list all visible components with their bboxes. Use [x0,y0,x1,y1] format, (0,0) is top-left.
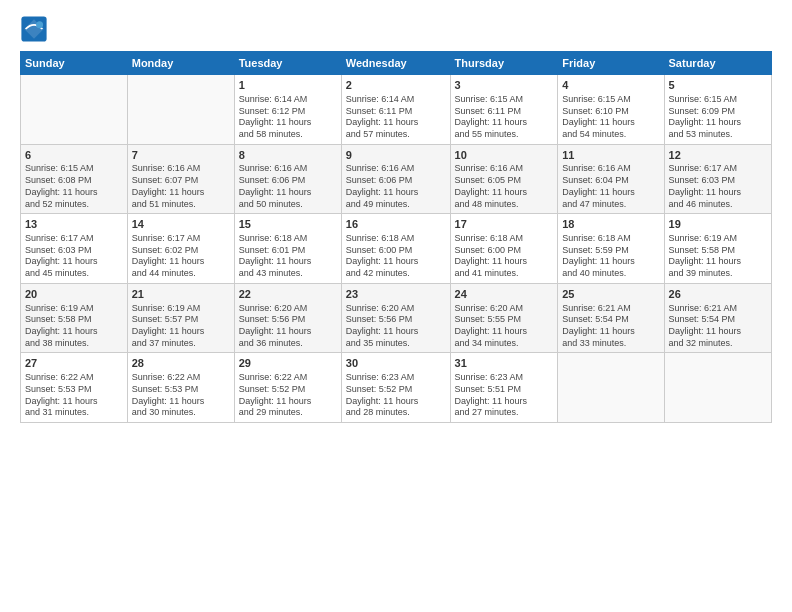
calendar-day-12: 12Sunrise: 6:17 AM Sunset: 6:03 PM Dayli… [664,144,771,214]
day-number: 3 [455,78,554,93]
weekday-monday: Monday [127,52,234,75]
calendar-day-5: 5Sunrise: 6:15 AM Sunset: 6:09 PM Daylig… [664,75,771,145]
calendar-day-7: 7Sunrise: 6:16 AM Sunset: 6:07 PM Daylig… [127,144,234,214]
day-info: Sunrise: 6:22 AM Sunset: 5:52 PM Dayligh… [239,372,337,419]
calendar-day-10: 10Sunrise: 6:16 AM Sunset: 6:05 PM Dayli… [450,144,558,214]
calendar-week-5: 27Sunrise: 6:22 AM Sunset: 5:53 PM Dayli… [21,353,772,423]
day-number: 29 [239,356,337,371]
calendar-day-20: 20Sunrise: 6:19 AM Sunset: 5:58 PM Dayli… [21,283,128,353]
day-info: Sunrise: 6:20 AM Sunset: 5:56 PM Dayligh… [346,303,446,350]
day-info: Sunrise: 6:16 AM Sunset: 6:06 PM Dayligh… [346,163,446,210]
day-info: Sunrise: 6:16 AM Sunset: 6:04 PM Dayligh… [562,163,659,210]
calendar-day-16: 16Sunrise: 6:18 AM Sunset: 6:00 PM Dayli… [341,214,450,284]
day-number: 13 [25,217,123,232]
day-number: 22 [239,287,337,302]
day-number: 23 [346,287,446,302]
logo-icon [20,15,48,43]
day-info: Sunrise: 6:23 AM Sunset: 5:51 PM Dayligh… [455,372,554,419]
calendar-day-30: 30Sunrise: 6:23 AM Sunset: 5:52 PM Dayli… [341,353,450,423]
calendar-day-29: 29Sunrise: 6:22 AM Sunset: 5:52 PM Dayli… [234,353,341,423]
day-info: Sunrise: 6:21 AM Sunset: 5:54 PM Dayligh… [669,303,767,350]
calendar-day-26: 26Sunrise: 6:21 AM Sunset: 5:54 PM Dayli… [664,283,771,353]
day-info: Sunrise: 6:15 AM Sunset: 6:08 PM Dayligh… [25,163,123,210]
day-info: Sunrise: 6:16 AM Sunset: 6:06 PM Dayligh… [239,163,337,210]
calendar-day-2: 2Sunrise: 6:14 AM Sunset: 6:11 PM Daylig… [341,75,450,145]
day-info: Sunrise: 6:14 AM Sunset: 6:11 PM Dayligh… [346,94,446,141]
day-number: 14 [132,217,230,232]
day-info: Sunrise: 6:17 AM Sunset: 6:03 PM Dayligh… [669,163,767,210]
calendar-day-1: 1Sunrise: 6:14 AM Sunset: 6:12 PM Daylig… [234,75,341,145]
calendar-day-9: 9Sunrise: 6:16 AM Sunset: 6:06 PM Daylig… [341,144,450,214]
day-info: Sunrise: 6:18 AM Sunset: 6:01 PM Dayligh… [239,233,337,280]
day-number: 6 [25,148,123,163]
calendar-day-22: 22Sunrise: 6:20 AM Sunset: 5:56 PM Dayli… [234,283,341,353]
empty-cell [127,75,234,145]
day-info: Sunrise: 6:16 AM Sunset: 6:07 PM Dayligh… [132,163,230,210]
day-number: 10 [455,148,554,163]
day-info: Sunrise: 6:18 AM Sunset: 6:00 PM Dayligh… [346,233,446,280]
day-number: 26 [669,287,767,302]
day-info: Sunrise: 6:17 AM Sunset: 6:02 PM Dayligh… [132,233,230,280]
svg-point-2 [36,21,43,28]
calendar-day-4: 4Sunrise: 6:15 AM Sunset: 6:10 PM Daylig… [558,75,664,145]
day-info: Sunrise: 6:19 AM Sunset: 5:57 PM Dayligh… [132,303,230,350]
calendar-day-14: 14Sunrise: 6:17 AM Sunset: 6:02 PM Dayli… [127,214,234,284]
calendar-table: SundayMondayTuesdayWednesdayThursdayFrid… [20,51,772,423]
day-number: 18 [562,217,659,232]
calendar-day-31: 31Sunrise: 6:23 AM Sunset: 5:51 PM Dayli… [450,353,558,423]
day-number: 17 [455,217,554,232]
calendar-day-23: 23Sunrise: 6:20 AM Sunset: 5:56 PM Dayli… [341,283,450,353]
calendar-day-6: 6Sunrise: 6:15 AM Sunset: 6:08 PM Daylig… [21,144,128,214]
calendar-day-17: 17Sunrise: 6:18 AM Sunset: 6:00 PM Dayli… [450,214,558,284]
day-number: 20 [25,287,123,302]
day-info: Sunrise: 6:21 AM Sunset: 5:54 PM Dayligh… [562,303,659,350]
empty-cell [21,75,128,145]
day-info: Sunrise: 6:23 AM Sunset: 5:52 PM Dayligh… [346,372,446,419]
day-number: 12 [669,148,767,163]
day-number: 31 [455,356,554,371]
calendar-day-15: 15Sunrise: 6:18 AM Sunset: 6:01 PM Dayli… [234,214,341,284]
calendar-week-2: 6Sunrise: 6:15 AM Sunset: 6:08 PM Daylig… [21,144,772,214]
calendar-day-11: 11Sunrise: 6:16 AM Sunset: 6:04 PM Dayli… [558,144,664,214]
weekday-thursday: Thursday [450,52,558,75]
calendar-body: 1Sunrise: 6:14 AM Sunset: 6:12 PM Daylig… [21,75,772,423]
weekday-wednesday: Wednesday [341,52,450,75]
calendar-header: SundayMondayTuesdayWednesdayThursdayFrid… [21,52,772,75]
day-info: Sunrise: 6:15 AM Sunset: 6:09 PM Dayligh… [669,94,767,141]
day-number: 4 [562,78,659,93]
day-number: 5 [669,78,767,93]
calendar-day-19: 19Sunrise: 6:19 AM Sunset: 5:58 PM Dayli… [664,214,771,284]
day-info: Sunrise: 6:22 AM Sunset: 5:53 PM Dayligh… [25,372,123,419]
day-number: 11 [562,148,659,163]
calendar-day-24: 24Sunrise: 6:20 AM Sunset: 5:55 PM Dayli… [450,283,558,353]
day-number: 24 [455,287,554,302]
day-info: Sunrise: 6:19 AM Sunset: 5:58 PM Dayligh… [669,233,767,280]
calendar-week-4: 20Sunrise: 6:19 AM Sunset: 5:58 PM Dayli… [21,283,772,353]
calendar-day-21: 21Sunrise: 6:19 AM Sunset: 5:57 PM Dayli… [127,283,234,353]
day-number: 28 [132,356,230,371]
day-number: 8 [239,148,337,163]
weekday-header-row: SundayMondayTuesdayWednesdayThursdayFrid… [21,52,772,75]
day-info: Sunrise: 6:14 AM Sunset: 6:12 PM Dayligh… [239,94,337,141]
empty-cell [664,353,771,423]
weekday-tuesday: Tuesday [234,52,341,75]
day-number: 16 [346,217,446,232]
weekday-friday: Friday [558,52,664,75]
calendar-page: SundayMondayTuesdayWednesdayThursdayFrid… [0,0,792,612]
weekday-saturday: Saturday [664,52,771,75]
day-info: Sunrise: 6:15 AM Sunset: 6:11 PM Dayligh… [455,94,554,141]
day-info: Sunrise: 6:18 AM Sunset: 5:59 PM Dayligh… [562,233,659,280]
calendar-day-18: 18Sunrise: 6:18 AM Sunset: 5:59 PM Dayli… [558,214,664,284]
day-info: Sunrise: 6:22 AM Sunset: 5:53 PM Dayligh… [132,372,230,419]
day-number: 1 [239,78,337,93]
calendar-day-27: 27Sunrise: 6:22 AM Sunset: 5:53 PM Dayli… [21,353,128,423]
day-number: 9 [346,148,446,163]
empty-cell [558,353,664,423]
calendar-day-3: 3Sunrise: 6:15 AM Sunset: 6:11 PM Daylig… [450,75,558,145]
logo [20,15,52,43]
day-number: 19 [669,217,767,232]
day-info: Sunrise: 6:20 AM Sunset: 5:55 PM Dayligh… [455,303,554,350]
day-number: 30 [346,356,446,371]
page-header [20,15,772,43]
day-info: Sunrise: 6:15 AM Sunset: 6:10 PM Dayligh… [562,94,659,141]
